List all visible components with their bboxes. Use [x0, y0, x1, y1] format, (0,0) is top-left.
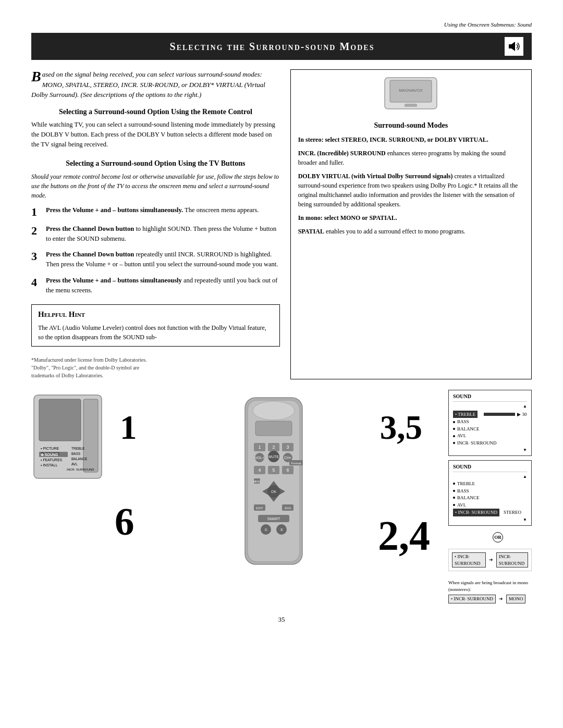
svg-text:CH+: CH+: [284, 456, 291, 460]
section2-heading: Selecting a Surround-sound Option Using …: [31, 158, 280, 169]
step-4-number: 4: [31, 277, 41, 288]
svg-text:ACH: ACH: [285, 507, 291, 510]
surround-section-3: DOLBY VIRTUAL (with Virtual Dolby Surrou…: [298, 171, 524, 209]
step-2: 2 Press the Channel Down button to highl…: [31, 224, 280, 244]
svg-text:①: ①: [264, 528, 267, 532]
big-number-13: 1: [120, 411, 137, 445]
step-3-text: Press the Channel Down button repeatedly…: [46, 250, 280, 269]
step-1-bold: Press the Volume + and – buttons simulta…: [46, 206, 183, 214]
onscreen-menu-1: SOUND ▲ • TREBLE ▶ 30 BASS BALANCE AVL I…: [448, 390, 532, 455]
section1-body: While watching TV, you can select a surr…: [31, 120, 280, 149]
svg-text:⊕ SOUND: ⊕ SOUND: [41, 453, 58, 456]
surround-section-4: In mono: select MONO or SPATIAL.: [298, 213, 524, 223]
svg-text:Format: Format: [291, 462, 301, 465]
svg-text:6: 6: [286, 467, 289, 473]
svg-rect-6: [39, 399, 81, 441]
svg-rect-3: [405, 104, 417, 107]
big-number-6: 6: [115, 502, 134, 541]
svg-text:• FEATURES: • FEATURES: [41, 458, 63, 462]
svg-text:SMART: SMART: [267, 517, 280, 521]
helpful-hint-title: Helpful Hint: [38, 309, 273, 320]
surround-section-1: In stereo: select STEREO, INCR. SURROUND…: [298, 135, 524, 144]
step-2-bold: Press the Channel Down button: [46, 225, 134, 232]
or-indicator: OR: [493, 532, 503, 542]
middle-section: • PICTURE ⊕ SOUND ⊕ SOUND • FEATURES • I…: [31, 390, 532, 604]
svg-marker-0: [509, 42, 515, 51]
svg-rect-7: [83, 399, 98, 472]
menu2-title: SOUND: [453, 463, 527, 472]
svg-text:TREBLE: TREBLE: [71, 447, 85, 450]
tv-image: MAGNAVOX: [298, 75, 524, 114]
step-3-bold: Press the Channel Down button: [46, 251, 134, 258]
page-number: 35: [31, 615, 532, 624]
section1-heading: Selecting a Surround-sound Option Using …: [31, 107, 280, 117]
intro-text: ased on the signal being received, you c…: [31, 70, 265, 98]
svg-text:4: 4: [258, 467, 261, 473]
step-4-bold: Press the Volume + and – buttons simulta…: [46, 277, 182, 284]
treble-progress: [484, 413, 515, 416]
drop-cap: B: [31, 69, 41, 84]
signal-flow-box: • INCR· SURROUND ➔ INCR· SURROUND: [448, 549, 532, 571]
svg-text:• PICTURE: • PICTURE: [41, 447, 59, 450]
svg-rect-22: [255, 421, 292, 436]
svg-text:5: 5: [272, 467, 275, 473]
menu2-selected-item: • INCR· SURROUND: [453, 509, 499, 516]
step-4: 4 Press the Volume + and – buttons simul…: [31, 276, 280, 295]
svg-text:2: 2: [272, 445, 275, 450]
right-column: MAGNAVOX Surround-sound Modes In stereo:…: [290, 69, 532, 379]
svg-text:MUTE: MUTE: [268, 455, 279, 459]
title-bar: Selecting the Surround-sound Modes: [31, 33, 532, 60]
left-column: Based on the signal being received, you …: [31, 69, 280, 379]
sound-icon: [505, 37, 523, 56]
svg-text:BALANCE: BALANCE: [71, 457, 88, 461]
surround-section-5: SPATIAL enables you to add a surround ef…: [298, 227, 524, 236]
svg-text:3: 3: [286, 445, 289, 450]
big-number-35: 3,5: [380, 411, 422, 445]
onscreen-menu-2: SOUND ▲ TREBLE BASS BALANCE AVL • INCR· …: [448, 460, 532, 526]
footnote: *Manufactured under license from Dolby L…: [31, 356, 280, 379]
step-3: 3 Press the Channel Down button repeated…: [31, 250, 280, 269]
svg-text:INCR· SURROUND: INCR· SURROUND: [67, 468, 94, 471]
svg-text:EXIT: EXIT: [256, 507, 263, 510]
steps-list: 1 Press the Volume + and – buttons simul…: [31, 205, 280, 295]
svg-text:MAGNAVOX: MAGNAVOX: [399, 88, 423, 93]
svg-text:②: ②: [280, 528, 283, 532]
svg-text:1: 1: [258, 445, 261, 450]
svg-text:BASS: BASS: [71, 452, 81, 455]
mono-signal-note: When signals are being broadcast in mono…: [448, 579, 532, 604]
step-1: 1 Press the Volume + and – buttons simul…: [31, 205, 280, 218]
step-4-text: Press the Volume + and – buttons simulta…: [46, 276, 280, 295]
page-title: Selecting the Surround-sound Modes: [170, 39, 375, 54]
step-2-number: 2: [31, 225, 41, 237]
surround-section-2: INCR. (Incredible) SURROUND enhances ste…: [298, 149, 524, 167]
svg-text:AVL: AVL: [71, 462, 78, 466]
svg-text:VOL+: VOL+: [255, 456, 264, 460]
step-3-number: 3: [31, 251, 41, 262]
svg-text:MENU: MENU: [253, 480, 261, 483]
remote-section: 1 3,5 6 2,4 1 2 3 VOL+ MUTE CH+: [109, 390, 438, 572]
menu1-title: SOUND: [453, 393, 527, 402]
step-1-text: Press the Volume + and – buttons simulta…: [46, 205, 259, 215]
helpful-hint-text: The AVL (Audio Volume Leveler) control d…: [38, 323, 273, 342]
surround-modes-title: Surround-sound Modes: [298, 120, 524, 131]
svg-point-21: [253, 401, 295, 420]
intro-paragraph: Based on the signal being received, you …: [31, 69, 280, 100]
helpful-hint-box: Helpful Hint The AVL (Audio Volume Level…: [31, 304, 280, 347]
page-header: Using the Onscreen Submenus: Sound: [31, 21, 532, 29]
svg-text:• INSTALL: • INSTALL: [41, 463, 57, 467]
big-number-24: 2,4: [378, 515, 430, 557]
menu1-selected-item: • TREBLE: [453, 411, 478, 418]
section2-intro: Should your remote control become lost o…: [31, 172, 280, 200]
svg-text:OK: OK: [271, 490, 276, 493]
onscreen-menus: SOUND ▲ • TREBLE ▶ 30 BASS BALANCE AVL I…: [448, 390, 532, 604]
step-1-number: 1: [31, 206, 41, 218]
tv-front-panel: • PICTURE ⊕ SOUND ⊕ SOUND • FEATURES • I…: [31, 390, 104, 486]
step-2-text: Press the Channel Down button to highlig…: [46, 224, 280, 244]
